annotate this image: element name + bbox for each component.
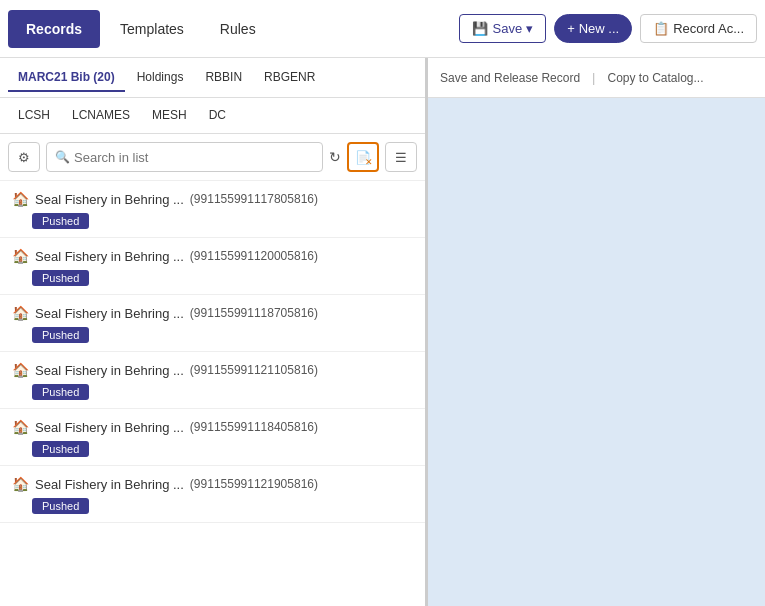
tab-marc21bib[interactable]: MARC21 Bib (20) <box>8 64 125 92</box>
home-icon: 🏠 <box>12 191 29 207</box>
list-item[interactable]: 🏠Seal Fishery in Behring ... (9911559911… <box>0 466 425 523</box>
duplicate-icon: 📄 ✕ <box>355 150 371 165</box>
search-input-wrap: 🔍 <box>46 142 323 172</box>
refresh-button[interactable]: ↻ <box>329 149 341 165</box>
toolbar-separator: | <box>592 70 595 85</box>
status-badge: Pushed <box>32 327 89 343</box>
record-title: Seal Fishery in Behring ... <box>35 363 184 378</box>
sub-tabs-row-1: MARC21 Bib (20) Holdings RBBIN RBGENR <box>0 58 425 98</box>
filter-icon: ⚙ <box>18 150 30 165</box>
home-icon: 🏠 <box>12 476 29 492</box>
list-view-icon: ☰ <box>395 150 407 165</box>
duplicate-button[interactable]: 📄 ✕ <box>347 142 379 172</box>
record-title: Seal Fishery in Behring ... <box>35 192 184 207</box>
status-badge: Pushed <box>32 498 89 514</box>
list-item[interactable]: 🏠Seal Fishery in Behring ... (9911559911… <box>0 409 425 466</box>
home-icon: 🏠 <box>12 419 29 435</box>
tab-holdings[interactable]: Holdings <box>127 64 194 92</box>
status-badge: Pushed <box>32 384 89 400</box>
search-bar: ⚙ 🔍 ↻ 📄 ✕ ☰ <box>0 134 425 181</box>
home-icon: 🏠 <box>12 305 29 321</box>
save-button[interactable]: 💾 Save ▾ <box>459 14 546 43</box>
list-item[interactable]: 🏠Seal Fishery in Behring ... (9911559911… <box>0 181 425 238</box>
copy-to-catalog-link[interactable]: Copy to Catalog... <box>607 71 703 85</box>
right-content <box>428 98 765 606</box>
tab-dc[interactable]: DC <box>199 102 236 130</box>
record-title: Seal Fishery in Behring ... <box>35 420 184 435</box>
list-item[interactable]: 🏠Seal Fishery in Behring ... (9911559911… <box>0 238 425 295</box>
record-id: (991155991117805816) <box>190 192 318 206</box>
tab-mesh[interactable]: MESH <box>142 102 197 130</box>
right-toolbar: Save and Release Record | Copy to Catalo… <box>428 58 765 98</box>
tab-lcsh[interactable]: LCSH <box>8 102 60 130</box>
save-dropdown-icon: ▾ <box>526 21 533 36</box>
top-actions: 💾 Save ▾ + New ... 📋 Record Ac... <box>459 14 757 43</box>
status-badge: Pushed <box>32 270 89 286</box>
records-tab[interactable]: Records <box>8 10 100 48</box>
save-release-link[interactable]: Save and Release Record <box>440 71 580 85</box>
sub-tabs-row-2: LCSH LCNAMES MESH DC <box>0 98 425 134</box>
new-label: New ... <box>579 21 619 36</box>
record-actions-button[interactable]: 📋 Record Ac... <box>640 14 757 43</box>
left-panel: MARC21 Bib (20) Holdings RBBIN RBGENR LC… <box>0 58 428 606</box>
status-badge: Pushed <box>32 441 89 457</box>
record-title: Seal Fishery in Behring ... <box>35 249 184 264</box>
refresh-icon: ↻ <box>329 149 341 165</box>
status-badge: Pushed <box>32 213 89 229</box>
new-icon: + <box>567 21 575 36</box>
record-id: (991155991118405816) <box>190 420 318 434</box>
record-id: (991155991121105816) <box>190 363 318 377</box>
record-id: (991155991121905816) <box>190 477 318 491</box>
record-actions-icon: 📋 <box>653 21 669 36</box>
search-icon: 🔍 <box>55 150 70 164</box>
top-nav: Records Templates Rules 💾 Save ▾ + New .… <box>0 0 765 58</box>
record-title: Seal Fishery in Behring ... <box>35 306 184 321</box>
record-actions-label: Record Ac... <box>673 21 744 36</box>
records-list: 🏠Seal Fishery in Behring ... (9911559911… <box>0 181 425 606</box>
save-icon: 💾 <box>472 21 488 36</box>
save-label: Save <box>492 21 522 36</box>
right-panel: Save and Release Record | Copy to Catalo… <box>428 58 765 606</box>
tab-rbgenr[interactable]: RBGENR <box>254 64 325 92</box>
filter-button[interactable]: ⚙ <box>8 142 40 172</box>
templates-tab[interactable]: Templates <box>104 10 200 48</box>
list-item[interactable]: 🏠Seal Fishery in Behring ... (9911559911… <box>0 352 425 409</box>
main-layout: MARC21 Bib (20) Holdings RBBIN RBGENR LC… <box>0 58 765 606</box>
home-icon: 🏠 <box>12 248 29 264</box>
new-button[interactable]: + New ... <box>554 14 632 43</box>
record-title: Seal Fishery in Behring ... <box>35 477 184 492</box>
rules-tab[interactable]: Rules <box>204 10 272 48</box>
tab-lcnames[interactable]: LCNAMES <box>62 102 140 130</box>
list-view-button[interactable]: ☰ <box>385 142 417 172</box>
search-input[interactable] <box>74 150 314 165</box>
list-item[interactable]: 🏠Seal Fishery in Behring ... (9911559911… <box>0 295 425 352</box>
home-icon: 🏠 <box>12 362 29 378</box>
record-id: (991155991118705816) <box>190 306 318 320</box>
record-id: (991155991120005816) <box>190 249 318 263</box>
tab-rbbin[interactable]: RBBIN <box>195 64 252 92</box>
